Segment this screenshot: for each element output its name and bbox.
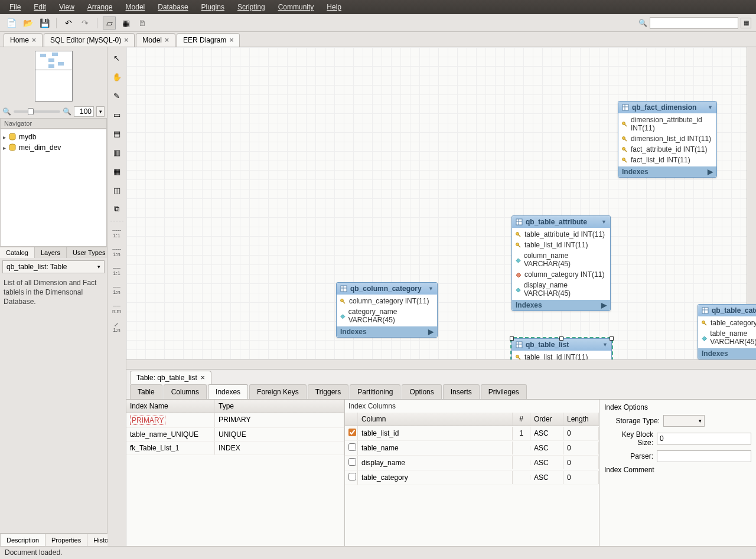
rel-1-n-id-icon[interactable]: ──1:n <box>110 283 124 297</box>
diagram-canvas[interactable]: qb_fact_dimension▼ dimension_attribute_i… <box>126 47 756 359</box>
col-header[interactable]: Column <box>358 413 513 426</box>
menu-edit[interactable]: Edit <box>28 1 52 13</box>
print-icon[interactable]: 🗎 <box>136 17 149 30</box>
save-icon[interactable]: 💾 <box>38 17 51 30</box>
note-tool-icon[interactable]: ▤ <box>110 126 124 140</box>
new-file-icon[interactable]: 📄 <box>5 17 18 30</box>
col-header[interactable]: Type <box>215 400 344 413</box>
close-icon[interactable]: × <box>229 36 233 44</box>
menu-database[interactable]: Database <box>152 1 194 13</box>
pointer-tool-icon[interactable]: ↖ <box>110 51 124 65</box>
disclosure-icon[interactable]: ▸ <box>3 145 6 151</box>
tab-eer-diagram[interactable]: EER Diagram× <box>177 33 240 47</box>
selection-combo[interactable]: qb_table_list: Table▾ <box>2 260 105 273</box>
table-qb-table-category[interactable]: qb_table_category▼ table_category INT(11… <box>698 304 756 359</box>
table-qb-column-category[interactable]: qb_column_category▼ column_category INT(… <box>336 282 438 338</box>
catalog-tab-catalog[interactable]: Catalog <box>0 247 35 258</box>
parser-input[interactable] <box>657 450 751 462</box>
search-icon[interactable]: 🔍 <box>638 19 647 27</box>
index-column-row[interactable]: display_name ASC 0 <box>345 456 599 470</box>
menu-scripting[interactable]: Scripting <box>232 1 271 13</box>
menu-help[interactable]: Help <box>321 1 347 13</box>
table-qb-table-attribute[interactable]: qb_table_attribute▼ table_attribute_id I… <box>511 215 611 311</box>
rel-1-1-icon[interactable]: -----1:1 <box>110 226 124 240</box>
horizontal-scrollbar[interactable] <box>126 359 756 369</box>
collapse-icon[interactable]: ▼ <box>602 342 608 348</box>
toggle-grid-icon[interactable]: ▱ <box>103 17 116 30</box>
menu-plugins[interactable]: Plugins <box>195 1 230 13</box>
menu-arrange[interactable]: Arrange <box>82 1 119 13</box>
catalog-tab-layers[interactable]: Layers <box>35 247 67 258</box>
include-checkbox[interactable] <box>348 458 356 466</box>
storage-type-combo[interactable]: ▾ <box>663 415 705 427</box>
routine-tool-icon[interactable]: ⧉ <box>110 202 124 216</box>
disclosure-icon[interactable]: ▸ <box>3 134 6 140</box>
zoom-dropdown[interactable]: ▾ <box>96 106 105 117</box>
indexes-section[interactable]: Indexes▶ <box>618 166 716 177</box>
indexes-section[interactable]: Indexes▶ <box>337 326 437 337</box>
open-folder-icon[interactable]: 📂 <box>21 17 34 30</box>
subtab-privileges[interactable]: Privileges <box>481 384 527 399</box>
rel-1-n-icon[interactable]: -----1:n <box>110 245 124 259</box>
subtab-partitioning[interactable]: Partitioning <box>350 384 400 399</box>
tab-properties[interactable]: Properties <box>45 534 87 546</box>
col-header[interactable]: Length <box>563 413 599 426</box>
close-icon[interactable]: × <box>201 374 205 382</box>
search-options-icon[interactable]: ▦ <box>741 18 751 28</box>
key-block-input[interactable] <box>657 433 751 444</box>
menu-file[interactable]: File <box>4 1 27 13</box>
catalog-tab-usertypes[interactable]: User Types <box>67 247 112 258</box>
include-checkbox[interactable] <box>348 429 356 436</box>
table-qb-table-list[interactable]: qb_table_list▼ table_list_id INT(11) tab… <box>511 338 612 359</box>
zoom-out-icon[interactable]: 🔍 <box>2 107 11 116</box>
view-tool-icon[interactable]: ◫ <box>110 183 124 197</box>
catalog-tree[interactable]: ▸ mydb ▸ mei_dim_dev <box>0 129 107 247</box>
close-icon[interactable]: × <box>32 36 36 44</box>
image-tool-icon[interactable]: ▥ <box>110 145 124 159</box>
align-icon[interactable]: ▦ <box>119 17 132 30</box>
col-header[interactable]: Order <box>530 413 563 426</box>
tab-sql-editor[interactable]: SQL Editor (MySQL-0)× <box>44 33 135 47</box>
col-header[interactable]: # <box>513 413 530 426</box>
catalog-item[interactable]: ▸ mei_dim_dev <box>3 142 104 153</box>
menu-community[interactable]: Community <box>272 1 320 13</box>
subtab-inserts[interactable]: Inserts <box>443 384 480 399</box>
zoom-in-icon[interactable]: 🔍 <box>63 107 71 116</box>
index-row[interactable]: PRIMARY PRIMARY <box>126 413 344 428</box>
close-icon[interactable]: × <box>124 36 128 44</box>
rel-n-m-icon[interactable]: ──n:m <box>110 302 124 316</box>
undo-icon[interactable]: ↶ <box>62 17 75 30</box>
collapse-icon[interactable]: ▼ <box>708 104 713 110</box>
search-input[interactable] <box>650 17 738 29</box>
hand-tool-icon[interactable]: ✋ <box>110 70 124 84</box>
zoom-slider[interactable] <box>14 110 60 113</box>
index-column-row[interactable]: table_list_id 1 ASC 0 <box>345 426 599 441</box>
index-row[interactable]: fk_Table_List_1 INDEX <box>126 442 344 455</box>
indexes-section[interactable]: Indexes▶ <box>512 300 610 310</box>
redo-icon[interactable]: ↷ <box>79 17 92 30</box>
zoom-input[interactable] <box>74 106 94 117</box>
subtab-triggers[interactable]: Triggers <box>308 384 349 399</box>
rel-1-1-id-icon[interactable]: ──1:1 <box>110 264 124 278</box>
tab-model[interactable]: Model× <box>136 33 175 47</box>
subtab-columns[interactable]: Columns <box>164 384 207 399</box>
index-row[interactable]: table_name_UNIQUE UNIQUE <box>126 428 344 442</box>
include-checkbox[interactable] <box>348 443 356 451</box>
index-column-row[interactable]: table_name ASC 0 <box>345 441 599 456</box>
subtab-foreign-keys[interactable]: Foreign Keys <box>249 384 307 399</box>
tab-description[interactable]: Description <box>0 534 45 546</box>
collapse-icon[interactable]: ▼ <box>601 219 607 225</box>
menu-view[interactable]: View <box>53 1 80 13</box>
catalog-item[interactable]: ▸ mydb <box>3 132 104 142</box>
subtab-table[interactable]: Table <box>130 384 162 399</box>
navigator-thumbnail[interactable] <box>35 51 73 102</box>
indexes-section[interactable]: Indexes▶ <box>698 348 756 359</box>
close-icon[interactable]: × <box>165 36 169 44</box>
rel-existing-icon[interactable]: ⤢1:n <box>110 321 124 335</box>
include-checkbox[interactable] <box>348 473 356 480</box>
menu-model[interactable]: Model <box>120 1 151 13</box>
col-header[interactable]: Index Name <box>126 400 215 413</box>
table-tool-icon[interactable]: ▦ <box>110 164 124 178</box>
tab-home[interactable]: Home× <box>4 33 43 47</box>
index-column-row[interactable]: table_category ASC 0 <box>345 470 599 485</box>
